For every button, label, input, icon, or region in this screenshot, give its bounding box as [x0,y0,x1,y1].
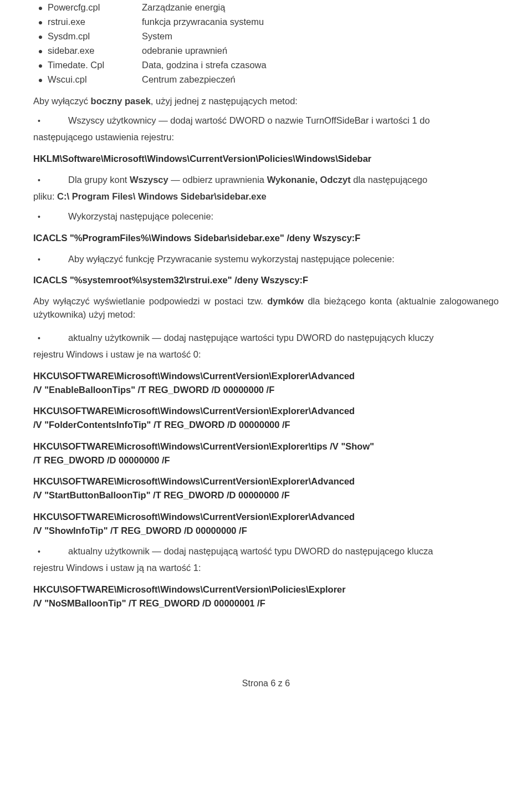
text: — odbierz uprawnienia [168,175,267,185]
command: ICACLS "%ProgramFiles%\Windows Sidebar\s… [33,231,499,245]
text: aktualny użytkownik — dodaj następujące … [68,331,499,345]
list-item: ● rstrui.exe funkcja przywracania system… [33,16,499,29]
text-bold: boczny pasek [91,96,151,106]
command: ICACLS "%systemroot%\system32\rstrui.exe… [33,273,499,287]
paragraph: Aby wyłączyć wyświetlanie podpowiedzi w … [33,295,499,322]
reg-line1: HKCU\SOFTWARE\Microsoft\Windows\CurrentV… [33,583,499,596]
text-bold: C:\ Program Files\ Windows Sidebar\sideb… [57,191,267,201]
file-desc: System [142,30,499,43]
registry-command: HKCU\SOFTWARE\Microsoft\Windows\CurrentV… [33,475,499,502]
paragraph: następującego ustawienia rejestru: [33,131,499,144]
file-cmd: rstrui.exe [48,16,142,29]
bullet-icon: • [33,175,68,186]
file-cmd: Timedate. Cpl [48,59,142,72]
bullet-icon: ● [33,17,48,28]
text: Dla grupy kont [68,175,130,185]
text: , użyj jednej z następujących metod: [151,96,298,106]
registry-command: HKCU\SOFTWARE\Microsoft\Windows\CurrentV… [33,583,499,610]
file-desc: Zarządzanie energią [142,1,499,14]
list-item: ● Timedate. Cpl Data, godzina i strefa c… [33,59,499,72]
text-bold: Wszyscy [130,175,168,185]
file-desc: Centrum zabezpieczeń [142,73,499,86]
reg-line1: HKCU\SOFTWARE\Microsoft\Windows\CurrentV… [33,510,499,524]
bullet-icon: • [33,546,68,557]
file-cmd: Powercfg.cpl [48,1,142,14]
reg-line2: /V "EnableBalloonTips" /T REG_DWORD /D 0… [33,383,499,397]
text: Aby wyłączyć wyświetlanie podpowiedzi w … [33,296,267,306]
list-item: ● Sysdm.cpl System [33,30,499,43]
sub-bullet: • Wykorzystaj następujące polecenie: [33,210,499,223]
text: dla następującego [351,175,428,185]
reg-line2: /V "ShowInfoTip" /T REG_DWORD /D 0000000… [33,524,499,538]
bullet-icon: ● [33,74,48,85]
bullet-icon: • [33,211,68,222]
text-bold: Wykonanie, Odczyt [267,175,351,185]
text: Dla grupy kont Wszyscy — odbierz uprawni… [68,174,499,187]
sub-bullet: • aktualny użytkownik — dodaj następując… [33,331,499,345]
reg-line2: /V "NoSMBalloonTip" /T REG_DWORD /D 0000… [33,596,499,610]
text: pliku: [33,191,57,201]
file-cmd: Wscui.cpl [48,73,142,86]
registry-path: HKLM\Software\Microsoft\Windows\CurrentV… [33,152,499,166]
page-footer: Strona 6 z 6 [33,677,499,690]
reg-line2: /V "StartButtonBalloonTip" /T REG_DWORD … [33,488,499,502]
file-desc: odebranie uprawnień [142,44,499,58]
reg-line2: /V "FolderContentsInfoTip" /T REG_DWORD … [33,418,499,432]
registry-command: HKCU\SOFTWARE\Microsoft\Windows\CurrentV… [33,510,499,538]
paragraph: rejestru Windows i ustaw je na wartość 0… [33,348,499,361]
file-list: ● Powercfg.cpl Zarządzanie energią ● rst… [33,1,499,86]
paragraph: rejestru Windows i ustaw ją na wartość 1… [33,562,499,575]
list-item: ● Wscui.cpl Centrum zabezpieczeń [33,73,499,86]
bullet-icon: • [33,333,68,344]
text: Wszyscy użytkownicy — dodaj wartość DWOR… [68,114,499,127]
bullet-icon: ● [33,45,48,57]
registry-command: HKCU\SOFTWARE\Microsoft\Windows\CurrentV… [33,440,499,467]
sub-bullet: • Wszyscy użytkownicy — dodaj wartość DW… [33,114,499,127]
paragraph: pliku: C:\ Program Files\ Windows Sideba… [33,190,499,203]
registry-command: HKCU\SOFTWARE\Microsoft\Windows\CurrentV… [33,404,499,432]
list-item: ● sidebar.exe odebranie uprawnień [33,44,499,58]
text: Aby wyłączyć [33,96,91,106]
bullet-icon: • [33,115,68,126]
bullet-icon: • [33,254,68,265]
bullet-icon: ● [33,60,48,71]
text: aktualny użytkownik — dodaj następującą … [68,545,499,558]
reg-line1: HKCU\SOFTWARE\Microsoft\Windows\CurrentV… [33,369,499,383]
registry-command: HKCU\SOFTWARE\Microsoft\Windows\CurrentV… [33,369,499,397]
list-item: ● Powercfg.cpl Zarządzanie energią [33,1,499,14]
sub-bullet: • Dla grupy kont Wszyscy — odbierz upraw… [33,174,499,187]
file-cmd: Sysdm.cpl [48,30,142,43]
sub-bullet: • Aby wyłączyć funkcję Przywracanie syst… [33,253,499,266]
reg-line1: HKCU\SOFTWARE\Microsoft\Windows\CurrentV… [33,440,499,453]
bullet-icon: ● [33,31,48,42]
reg-line2: /T REG_DWORD /D 00000000 /F [33,453,499,467]
file-cmd: sidebar.exe [48,44,142,58]
bullet-icon: ● [33,2,48,13]
text: Wykorzystaj następujące polecenie: [68,210,499,223]
text-bold: dymków [267,296,304,306]
reg-line1: HKCU\SOFTWARE\Microsoft\Windows\CurrentV… [33,404,499,418]
file-desc: funkcja przywracania systemu [142,16,499,29]
paragraph: Aby wyłączyć boczny pasek, użyj jednej z… [33,95,499,108]
sub-bullet: • aktualny użytkownik — dodaj następując… [33,545,499,558]
text: Aby wyłączyć funkcję Przywracanie system… [68,253,499,266]
file-desc: Data, godzina i strefa czasowa [142,59,499,72]
reg-line1: HKCU\SOFTWARE\Microsoft\Windows\CurrentV… [33,475,499,488]
